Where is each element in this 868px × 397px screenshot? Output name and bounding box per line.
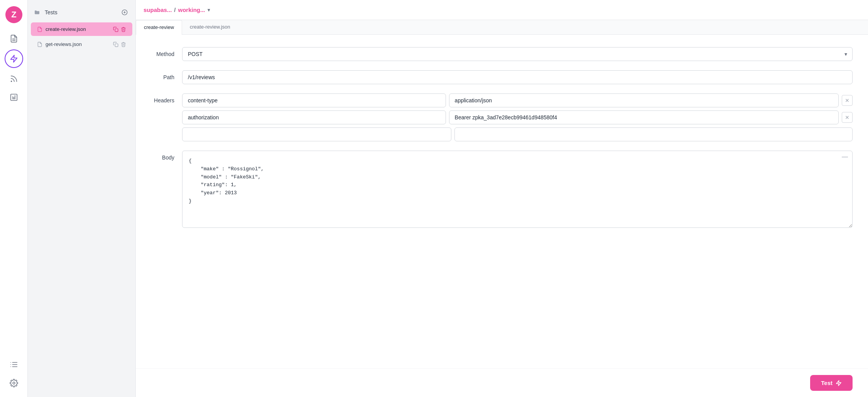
body-row: Body — { "make" : "Rossignol", "model" :… [151, 151, 853, 229]
file-actions-get-reviews [113, 42, 126, 47]
header-val-1[interactable] [449, 93, 839, 107]
file-icon-get-reviews [37, 42, 42, 47]
svg-rect-17 [115, 29, 118, 32]
test-lightning-icon [836, 380, 842, 386]
top-bar: supabas... / working... ▾ [136, 0, 868, 20]
headers-label: Headers [151, 93, 182, 103]
method-select[interactable]: POST GET PUT PATCH DELETE [182, 47, 853, 61]
file-copy-icon[interactable] [113, 27, 118, 32]
method-row: Method POST GET PUT PATCH DELETE ▾ [151, 47, 853, 61]
body-minimize-icon[interactable]: — [842, 154, 848, 160]
path-input[interactable] [182, 70, 853, 84]
headers-row: Headers [151, 93, 853, 141]
nav-icon-feed[interactable] [6, 71, 22, 87]
header-delete-1[interactable] [842, 95, 853, 106]
project-supabase-label: supabas... [144, 7, 172, 13]
header-row-1 [182, 93, 853, 107]
header-key-3[interactable] [182, 127, 451, 141]
file-delete-icon[interactable] [121, 27, 126, 32]
path-control [182, 70, 853, 84]
app-logo[interactable]: Z [5, 6, 22, 23]
project-chevron-icon: ▾ [208, 7, 210, 13]
folder-icon [34, 9, 40, 15]
body-textarea[interactable]: { "make" : "Rossignol", "model" : "FakeS… [182, 151, 853, 228]
path-row: Path [151, 70, 853, 84]
folder-label: Tests [45, 9, 57, 15]
method-select-wrapper[interactable]: POST GET PUT PATCH DELETE ▾ [182, 47, 853, 61]
file-panel: Tests create-review.json [28, 0, 136, 397]
header-row-3 [182, 127, 853, 141]
svg-point-13 [13, 382, 15, 384]
headers-grid [182, 93, 853, 141]
main-area: supabas... / working... ▾ create-review … [136, 0, 868, 397]
header-row-2 [182, 110, 853, 124]
file-copy-icon-2[interactable] [113, 42, 118, 47]
tab-create-review[interactable]: create-review [136, 20, 182, 35]
file-name-get-reviews: get-reviews.json [46, 41, 113, 47]
file-icon-create-review [37, 27, 42, 32]
test-btn-container: Test [136, 368, 868, 397]
project-selector[interactable]: supabas... / working... ▾ [144, 7, 210, 13]
svg-text:Z: Z [11, 10, 16, 19]
header-val-2[interactable] [449, 110, 839, 124]
project-working-label: working... [178, 7, 205, 13]
test-button[interactable]: Test [810, 375, 853, 391]
path-label: Path [151, 70, 182, 80]
file-name-create-review: create-review.json [46, 26, 113, 32]
header-val-3[interactable] [454, 127, 853, 141]
file-item-create-review[interactable]: create-review.json [31, 22, 132, 36]
header-key-1[interactable] [182, 93, 446, 107]
file-actions-create-review [113, 27, 126, 32]
file-item-get-reviews[interactable]: get-reviews.json [31, 37, 132, 51]
tab-create-review-json[interactable]: create-review.json [182, 20, 238, 34]
svg-point-5 [11, 81, 12, 82]
method-control: POST GET PUT PATCH DELETE ▾ [182, 47, 853, 61]
method-label: Method [151, 47, 182, 57]
file-delete-icon-2[interactable] [121, 42, 126, 47]
file-panel-header: Tests [28, 0, 135, 22]
nav-icon-settings[interactable] [6, 375, 22, 391]
nav-icon-chart[interactable] [6, 90, 22, 105]
header-delete-2[interactable] [842, 112, 853, 123]
nav-icon-lightning[interactable] [5, 49, 23, 68]
nav-icon-list[interactable] [6, 357, 22, 372]
header-key-2[interactable] [182, 110, 446, 124]
icon-sidebar: Z [0, 0, 28, 397]
tabs-bar: create-review create-review.json [136, 20, 868, 35]
body-label: Body [151, 151, 182, 161]
svg-rect-18 [115, 44, 118, 47]
content-area: Method POST GET PUT PATCH DELETE ▾ Path [136, 35, 868, 368]
svg-marker-23 [836, 380, 841, 385]
test-button-label: Test [821, 380, 833, 386]
nav-icon-document[interactable] [6, 31, 22, 46]
svg-marker-4 [10, 55, 17, 62]
body-control: — { "make" : "Rossignol", "model" : "Fak… [182, 151, 853, 229]
project-sep: / [174, 7, 176, 13]
add-file-button[interactable] [120, 8, 129, 17]
